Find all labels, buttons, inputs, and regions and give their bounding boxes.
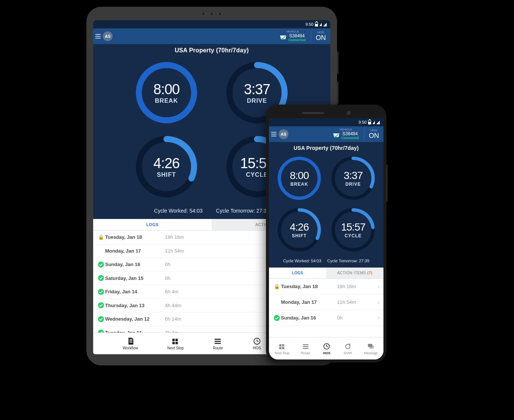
app-header: AS VEHICLE S38494 Connected HOS ON <box>93 28 330 44</box>
signal-icon <box>319 23 322 26</box>
log-row[interactable]: Monday, Jan 1711h 54m› <box>269 294 383 310</box>
logs-list: 🔒Tuesday, Jan 1818h 16m›Monday, Jan 1711… <box>269 279 383 337</box>
gauge-value: 4:26 <box>290 221 309 233</box>
status-time: 9:50 <box>306 22 313 27</box>
check-icon <box>98 302 104 308</box>
hos-value: ON <box>369 132 379 140</box>
nav-next-stop[interactable]: Next Stop <box>167 337 184 350</box>
svg-rect-12 <box>172 339 175 341</box>
svg-rect-18 <box>215 343 221 344</box>
route-icon <box>301 342 310 350</box>
log-row[interactable]: 🔒Tuesday, Jan 1818h 16m› <box>269 279 383 294</box>
workflow-icon <box>126 337 135 345</box>
user-avatar[interactable]: AS <box>103 31 113 41</box>
log-duration: 11h 54m <box>165 248 184 254</box>
gauge-value: 8:00 <box>153 81 180 98</box>
menu-icon[interactable] <box>271 132 276 136</box>
log-duration: 0h <box>165 275 170 281</box>
cycle-tomorrow-label: Cycle Tomorrow: <box>216 208 255 214</box>
hos-label: HOS <box>369 129 379 132</box>
hos-status-block[interactable]: HOS ON <box>315 31 328 42</box>
chevron-right-icon: › <box>377 314 380 322</box>
status-bar: 9:50 ◢ <box>269 118 383 126</box>
cycle-worked-label: Cycle Worked: <box>154 208 188 214</box>
gauge-value: 3:37 <box>344 170 363 182</box>
gauge-label: SHIFT <box>292 233 307 238</box>
nav-hos[interactable]: HOS <box>252 337 262 350</box>
svg-rect-15 <box>175 342 178 344</box>
nav-label: Route <box>301 351 310 355</box>
user-avatar[interactable]: AS <box>279 129 288 139</box>
log-duration: 6h 4m <box>165 289 178 294</box>
lock-icon: 🔒 <box>274 284 280 289</box>
nav-next-stop[interactable]: Next Stop <box>275 342 290 355</box>
nav-label: HOS <box>253 346 261 350</box>
cycle-worked-label: Cycle Worked: <box>283 259 310 263</box>
svg-rect-34 <box>303 346 309 347</box>
tab-action-items[interactable]: ACTION ITEMS (7) <box>326 268 383 278</box>
nextstop-icon <box>277 342 287 350</box>
gauge-break[interactable]: 8:00BREAK <box>275 154 324 203</box>
log-date: Monday, Jan 17 <box>281 299 337 305</box>
nav-message[interactable]: Message <box>364 342 378 355</box>
nav-label: Next Stop <box>167 346 184 350</box>
vehicle-connection: Connected <box>341 136 359 140</box>
menu-icon[interactable] <box>95 34 101 38</box>
ruleset-title: USA Property (70hr/7day) <box>269 145 383 151</box>
log-date: Tuesday, Jan 11 <box>105 330 165 333</box>
tab-logs[interactable]: LOGS <box>93 219 212 230</box>
log-row[interactable]: Sunday, Jan 160h› <box>269 310 383 326</box>
log-duration: 7h 4m <box>165 330 178 333</box>
gauge-value: 15:57 <box>341 221 365 233</box>
status-bar: 9:50 ◢ <box>93 20 330 28</box>
svg-rect-32 <box>282 347 284 349</box>
tab-action-items-count: (7) <box>367 271 373 275</box>
gauge-label: CYCLE <box>345 233 362 238</box>
log-date: Sunday, Jan 16 <box>105 262 165 267</box>
hos-status-block[interactable]: HOS ON <box>368 129 381 140</box>
gauge-break[interactable]: 8:00BREAK <box>133 59 200 126</box>
gauge-value: 3:37 <box>244 81 270 98</box>
vehicle-connection: Connected <box>288 38 306 42</box>
gauge-drive[interactable]: 3:37DRIVE <box>329 154 377 203</box>
gauge-shift[interactable]: 4:26SHIFT <box>133 133 200 200</box>
dashboard: USA Property (70hr/7day) 8:00BREAK3:37DR… <box>269 142 383 268</box>
check-icon <box>98 262 104 268</box>
log-duration: 18h 16m <box>165 234 184 240</box>
svg-rect-16 <box>215 339 221 340</box>
tab-action-items-label: ACTION ITEMS <box>337 271 366 275</box>
nav-hos[interactable]: HOS <box>322 342 331 355</box>
vehicle-status-block[interactable]: VEHICLE S38494 Connected <box>331 128 360 140</box>
gauge-label: SHIFT <box>157 172 176 178</box>
tabs: LOGS ACTION ITEMS (7) <box>269 268 383 279</box>
wifi-icon: ◢ <box>323 22 327 27</box>
gauge-label: DRIVE <box>345 182 361 187</box>
svg-rect-33 <box>303 344 309 345</box>
nav-dvir[interactable]: DVIR <box>343 342 353 355</box>
tab-logs[interactable]: LOGS <box>269 268 326 278</box>
wifi-icon: ◢ <box>376 120 380 125</box>
log-duration: 4h 44m <box>165 303 181 308</box>
nextstop-icon <box>171 337 180 345</box>
nav-route[interactable]: Route <box>213 337 223 350</box>
hos-icon <box>252 337 262 345</box>
gauge-grid: 8:00BREAK3:37DRIVE4:26SHIFT15:57CYCLE <box>269 151 383 257</box>
svg-rect-38 <box>370 345 374 348</box>
gauge-shift[interactable]: 4:26SHIFT <box>275 206 324 254</box>
gauge-cycle[interactable]: 15:57CYCLE <box>329 206 377 254</box>
hos-icon <box>322 342 331 350</box>
svg-rect-17 <box>215 341 221 342</box>
nav-workflow[interactable]: Workflow <box>123 337 138 350</box>
nav-label: Message <box>364 351 378 355</box>
nav-route[interactable]: Route <box>301 342 310 355</box>
battery-icon <box>315 22 318 27</box>
svg-rect-29 <box>279 344 281 346</box>
cycle-worked-value: 54:03 <box>311 259 321 263</box>
log-duration: 0h <box>337 315 342 321</box>
log-duration: 6h 14m <box>165 316 181 322</box>
vehicle-icon <box>279 35 287 41</box>
check-icon <box>98 275 104 281</box>
hos-value: ON <box>316 34 326 42</box>
vehicle-status-block[interactable]: VEHICLE S38494 Connected <box>278 30 307 42</box>
log-date: Friday, Jan 14 <box>105 289 165 294</box>
